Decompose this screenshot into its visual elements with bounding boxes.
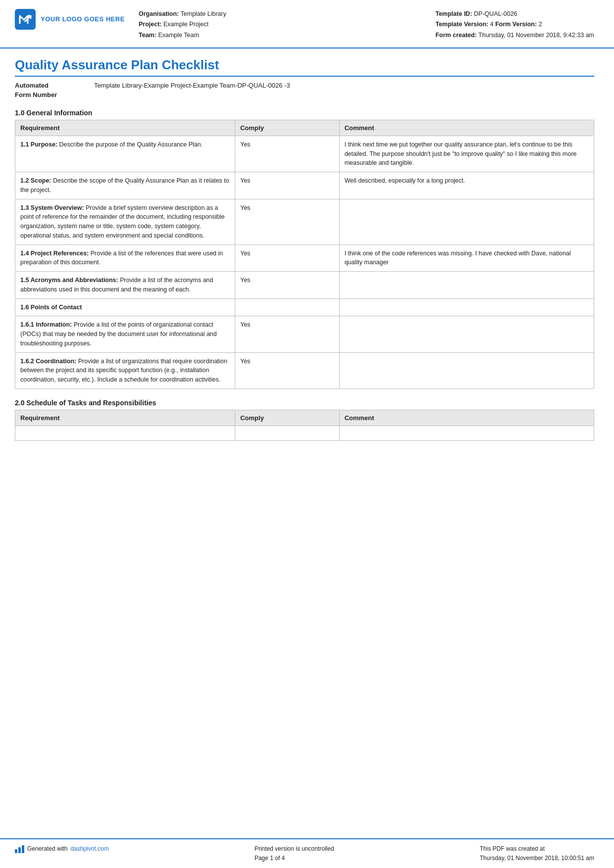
- dashpivot-icon: [15, 844, 24, 853]
- comment-cell-1: Well described, especially for a long pr…: [339, 172, 594, 199]
- header-meta-right: Template ID: DP-QUAL-0026 Template Versi…: [435, 9, 594, 41]
- comment-cell-0: I think next time we put together our qu…: [339, 136, 594, 172]
- comment-cell-7: [339, 352, 594, 388]
- footer-right-line1: This PDF was created at: [480, 844, 594, 854]
- template-id-label: Template ID:: [435, 10, 472, 17]
- org-label: Organisation:: [139, 10, 179, 17]
- comply-cell-5: [235, 298, 339, 316]
- table-row-empty: [15, 426, 594, 440]
- table-header-row: Requirement Comply Comment: [15, 120, 594, 136]
- table-row: 1.2 Scope: Describe the scope of the Qua…: [15, 172, 594, 199]
- page-footer: Generated with dashpivot.com Printed ver…: [0, 838, 614, 868]
- team-value: Example Team: [158, 32, 199, 39]
- generated-text: Generated with: [27, 844, 67, 854]
- table-row: 1.1 Purpose: Describe the purpose of the…: [15, 136, 594, 172]
- col-header-comply: Comply: [235, 410, 339, 426]
- footer-center-line2: Page 1 of 4: [255, 854, 334, 863]
- project-label: Project:: [139, 21, 162, 28]
- logo-text: YOUR LOGO GOES HERE: [41, 15, 125, 24]
- main-content: Quality Assurance Plan Checklist Automat…: [0, 48, 614, 838]
- table-row: 1.6.1 Information: Provide a list of the…: [15, 316, 594, 352]
- form-created-label: Form created:: [435, 32, 476, 39]
- comment-cell-5: [339, 298, 594, 316]
- req-cell-2: 1.3 System Overview: Provide a brief sys…: [15, 199, 235, 244]
- form-created-value: Thursday, 01 November 2018, 9:42:33 am: [478, 32, 594, 39]
- header-meta: Organisation: Template Library Project: …: [139, 9, 594, 41]
- logo-area: YOUR LOGO GOES HERE: [15, 9, 129, 30]
- table-row: 1.3 System Overview: Provide a brief sys…: [15, 199, 594, 244]
- table-header-row: Requirement Comply Comment: [15, 410, 594, 426]
- form-number-row: AutomatedForm Number Template Library-Ex…: [15, 81, 594, 100]
- req-cell-1: 1.2 Scope: Describe the scope of the Qua…: [15, 172, 235, 199]
- page-header: YOUR LOGO GOES HERE Organisation: Templa…: [0, 0, 614, 48]
- template-version-label: Template Version:: [435, 21, 488, 28]
- comply-cell-4: Yes: [235, 272, 339, 299]
- comply-cell-3: Yes: [235, 244, 339, 272]
- table-row: 1.6 Points of Contact: [15, 298, 594, 316]
- section2-title: 2.0 Schedule of Tasks and Responsibiliti…: [15, 399, 594, 407]
- section1-title: 1.0 General Information: [15, 109, 594, 117]
- site-link[interactable]: dashpivot.com: [70, 844, 108, 854]
- section2-table: Requirement Comply Comment: [15, 410, 594, 441]
- comply-cell-2: Yes: [235, 199, 339, 244]
- comply-cell-6: Yes: [235, 316, 339, 352]
- footer-left: Generated with dashpivot.com: [15, 844, 109, 854]
- comment-cell-4: [339, 272, 594, 299]
- comment-cell-3: I think one of the code references was m…: [339, 244, 594, 272]
- comply-cell-1: Yes: [235, 172, 339, 199]
- section1-table: Requirement Comply Comment 1.1 Purpose: …: [15, 120, 594, 389]
- comment-cell-6: [339, 316, 594, 352]
- footer-center: Printed version is uncontrolled Page 1 o…: [255, 844, 334, 863]
- col-header-comment: Comment: [339, 410, 594, 426]
- comply-cell-0: Yes: [235, 136, 339, 172]
- col-header-requirement: Requirement: [15, 410, 235, 426]
- req-cell-6: 1.6.1 Information: Provide a list of the…: [15, 316, 235, 352]
- form-number-value: Template Library-Example Project-Example…: [94, 81, 290, 91]
- logo-icon: [15, 9, 36, 30]
- project-value: Example Project: [163, 21, 208, 28]
- document-title: Quality Assurance Plan Checklist: [15, 57, 594, 77]
- footer-right: This PDF was created at Thursday, 01 Nov…: [480, 844, 594, 863]
- header-meta-left: Organisation: Template Library Project: …: [139, 9, 226, 41]
- table-row: 1.4 Project References: Provide a list o…: [15, 244, 594, 272]
- form-version-value: 2: [539, 21, 542, 28]
- footer-center-line1: Printed version is uncontrolled: [255, 844, 334, 854]
- req-cell-5: 1.6 Points of Contact: [15, 298, 235, 316]
- form-number-label: AutomatedForm Number: [15, 81, 94, 100]
- req-cell-7: 1.6.2 Coordination: Provide a list of or…: [15, 352, 235, 388]
- table-row: 1.6.2 Coordination: Provide a list of or…: [15, 352, 594, 388]
- col-header-comment: Comment: [339, 120, 594, 136]
- col-header-comply: Comply: [235, 120, 339, 136]
- team-label: Team:: [139, 32, 156, 39]
- template-version-value: 4: [490, 21, 494, 28]
- req-cell-3: 1.4 Project References: Provide a list o…: [15, 244, 235, 272]
- req-cell-4: 1.5 Acronyms and Abbreviations: Provide …: [15, 272, 235, 299]
- org-value: Template Library: [181, 10, 226, 17]
- table-row: 1.5 Acronyms and Abbreviations: Provide …: [15, 272, 594, 299]
- footer-right-line2: Thursday, 01 November 2018, 10:00:51 am: [480, 854, 594, 863]
- comment-cell-2: [339, 199, 594, 244]
- comply-cell-7: Yes: [235, 352, 339, 388]
- template-id-value: DP-QUAL-0026: [474, 10, 517, 17]
- req-cell-0: 1.1 Purpose: Describe the purpose of the…: [15, 136, 235, 172]
- form-version-label: Form Version:: [495, 21, 537, 28]
- col-header-requirement: Requirement: [15, 120, 235, 136]
